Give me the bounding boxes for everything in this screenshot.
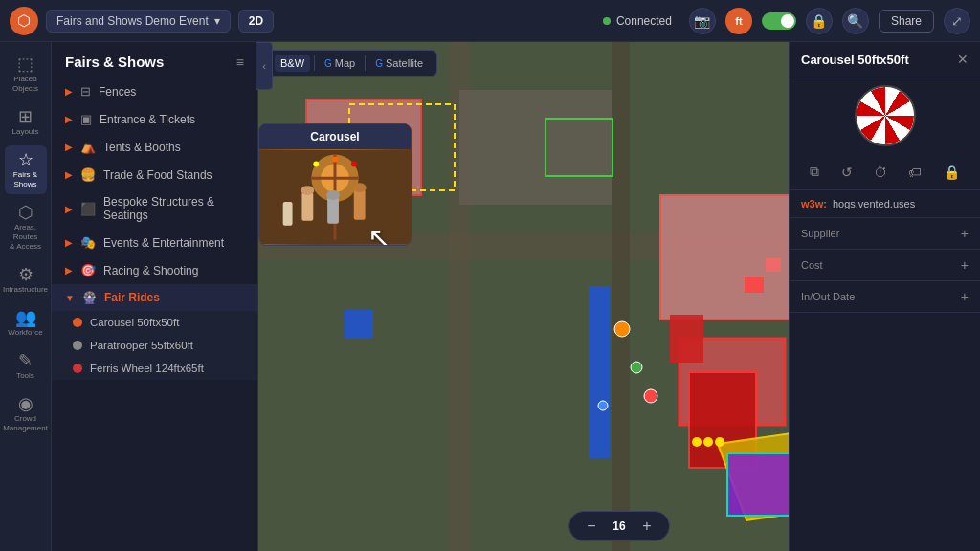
svg-point-16 bbox=[614, 321, 630, 337]
avatar-initials: ft bbox=[735, 15, 742, 27]
zoom-in-button[interactable]: + bbox=[636, 516, 657, 537]
carousel-label: Carousel 50ftx50ft bbox=[90, 317, 179, 328]
svg-point-19 bbox=[598, 401, 608, 410]
fair-rides-label: Fair Rides bbox=[104, 291, 160, 304]
copy-icon[interactable]: ⧉ bbox=[806, 160, 823, 184]
bw-button[interactable]: B&W bbox=[275, 55, 310, 72]
chevron-right-icon: ▶ bbox=[65, 169, 73, 180]
crowd-icon: ◉ bbox=[18, 395, 33, 412]
close-icon[interactable]: ✕ bbox=[957, 52, 969, 67]
sidebar-item-crowd[interactable]: ◉ CrowdManagement bbox=[5, 389, 47, 438]
lock-icon[interactable]: 🔒 bbox=[940, 161, 964, 184]
sidebar-item-fairs-shows[interactable]: ☆ Fairs &Shows bbox=[5, 145, 47, 194]
view-mode-button[interactable]: 2D bbox=[238, 10, 274, 33]
lock-icon[interactable]: 🔒 bbox=[806, 8, 833, 34]
satellite-button[interactable]: G Satellite bbox=[369, 55, 429, 72]
chevron-right-icon: ▶ bbox=[65, 204, 73, 214]
toggle-switch[interactable] bbox=[762, 12, 796, 30]
fairs-shows-icon: ☆ bbox=[18, 151, 33, 168]
sidebar-item-label: Areas, Routes& Access bbox=[9, 223, 43, 251]
chevron-down-icon: ▼ bbox=[65, 293, 75, 303]
events-label: Events & Entertainment bbox=[103, 236, 244, 250]
map-label: Map bbox=[335, 57, 355, 69]
camera-icon[interactable]: 📷 bbox=[689, 8, 716, 34]
toolbar-divider2 bbox=[365, 55, 366, 71]
svg-point-40 bbox=[351, 161, 357, 166]
zoom-out-button[interactable]: − bbox=[581, 516, 602, 537]
sidebar-item-tools[interactable]: ✎ Tools bbox=[5, 346, 47, 386]
sidebar-bespoke[interactable]: ▶ ⬛ Bespoke Structures & Seatings bbox=[52, 188, 257, 229]
carousel-logo bbox=[855, 85, 916, 146]
share-label: Share bbox=[891, 14, 922, 28]
carousel-popup-title: Carousel bbox=[259, 124, 411, 149]
sidebar-item-label: Tools bbox=[16, 371, 34, 380]
racing-label: Racing & Shooting bbox=[103, 264, 244, 277]
tag-icon[interactable]: 🏷 bbox=[904, 161, 925, 184]
supplier-add-button[interactable]: + bbox=[961, 226, 969, 241]
sidebar-menu-icon[interactable]: ≡ bbox=[236, 55, 244, 70]
sidebar-item-placed-objects[interactable]: ⬚ PlacedObjects bbox=[5, 50, 47, 99]
sidebar-racing-shooting[interactable]: ▶ 🎯 Racing & Shooting bbox=[52, 256, 257, 284]
sidebar-events-entertainment[interactable]: ▶ 🎭 Events & Entertainment bbox=[52, 229, 257, 256]
carousel-popup[interactable]: Carousel bbox=[258, 123, 412, 246]
sidebar-entrance-tickets[interactable]: ▶ ▣ Entrance & Tickets bbox=[52, 105, 257, 133]
share-button[interactable]: Share bbox=[879, 10, 934, 33]
sidebar-item-label: CrowdManagement bbox=[3, 414, 48, 432]
carousel-logo-inner bbox=[857, 87, 914, 144]
svg-point-18 bbox=[644, 389, 657, 403]
bespoke-label: Bespoke Structures & Seatings bbox=[103, 195, 244, 222]
tents-icon: ⛺ bbox=[80, 140, 96, 154]
history-icon[interactable]: ↺ bbox=[837, 161, 857, 184]
fair-rides-sub-section: Carousel 50ftx50ft Paratrooper 55ftx60ft… bbox=[52, 311, 257, 380]
right-panel-title: Carousel 50ftx50ft bbox=[801, 53, 909, 67]
sidebar-fences[interactable]: ▶ ⊟ Fences bbox=[52, 77, 257, 105]
left-iconbar: ⬚ PlacedObjects ⊞ Layouts ☆ Fairs &Shows… bbox=[0, 42, 52, 551]
sidebar-carousel[interactable]: Carousel 50ftx50ft bbox=[52, 311, 257, 334]
chevron-right-icon: ▶ bbox=[65, 237, 73, 248]
chevron-right-icon: ▶ bbox=[65, 142, 73, 152]
w3w-label: w3w: bbox=[801, 198, 827, 209]
search-icon[interactable]: 🔍 bbox=[842, 8, 869, 34]
inout-add-button[interactable]: + bbox=[961, 289, 969, 304]
toggle-knob bbox=[781, 14, 794, 28]
trade-icon: 🍔 bbox=[80, 167, 96, 182]
sidebar-ferris-wheel[interactable]: Ferris Wheel 124ftx65ft bbox=[52, 357, 257, 380]
sidebar-paratrooper[interactable]: Paratrooper 55ftx60ft bbox=[52, 334, 257, 357]
bespoke-icon: ⬛ bbox=[80, 202, 96, 216]
connected-label: Connected bbox=[616, 14, 672, 28]
satellite-label: Satellite bbox=[386, 57, 423, 69]
right-panel-actions: ⧉ ↺ ⏱ 🏷 🔒 bbox=[790, 154, 980, 190]
trade-label: Trade & Food Stands bbox=[103, 168, 244, 182]
svg-point-39 bbox=[332, 157, 338, 163]
sidebar-item-areas-routes[interactable]: ⬡ Areas, Routes& Access bbox=[5, 198, 47, 256]
sidebar-tents-booths[interactable]: ▶ ⛺ Tents & Booths bbox=[52, 133, 257, 161]
cost-add-button[interactable]: + bbox=[961, 257, 969, 273]
app-logo[interactable]: ⬡ bbox=[10, 7, 38, 35]
sidebar-fair-rides[interactable]: ▼ 🎡 Fair Rides bbox=[52, 284, 257, 311]
workforce-icon: 👥 bbox=[15, 309, 36, 326]
sidebar-item-layouts[interactable]: ⊞ Layouts bbox=[5, 102, 47, 142]
bw-label: B&W bbox=[280, 57, 304, 69]
placed-objects-icon: ⬚ bbox=[17, 55, 33, 73]
sidebar-item-workforce[interactable]: 👥 Workforce bbox=[5, 303, 47, 342]
sidebar-header: Fairs & Shows ≡ bbox=[52, 42, 257, 77]
chevron-right-icon: ▶ bbox=[65, 86, 73, 97]
zoom-in-icon: + bbox=[642, 518, 651, 535]
cost-field: Cost + bbox=[790, 250, 980, 281]
w3w-field: w3w: hogs.vented.uses bbox=[790, 190, 980, 218]
clock-icon[interactable]: ⏱ bbox=[870, 161, 891, 184]
paratrooper-label: Paratrooper 55ftx60ft bbox=[90, 340, 193, 351]
connected-indicator bbox=[603, 17, 611, 25]
sidebar-item-infrastructure[interactable]: ⚙ Infrastructure bbox=[5, 260, 47, 299]
sidebar-collapse-button[interactable]: ‹ bbox=[256, 42, 273, 90]
event-selector[interactable]: Fairs and Shows Demo Event ▾ bbox=[46, 10, 231, 33]
svg-rect-25 bbox=[345, 310, 373, 339]
svg-rect-11 bbox=[670, 315, 703, 363]
connection-status: Connected bbox=[603, 14, 672, 28]
map-button[interactable]: G Map bbox=[319, 55, 361, 72]
infrastructure-icon: ⚙ bbox=[18, 266, 33, 283]
supplier-label: Supplier bbox=[801, 228, 839, 239]
expand-icon[interactable]: ⤢ bbox=[944, 8, 970, 34]
avatar[interactable]: ft bbox=[725, 8, 752, 34]
sidebar-trade-food[interactable]: ▶ 🍔 Trade & Food Stands bbox=[52, 161, 257, 188]
